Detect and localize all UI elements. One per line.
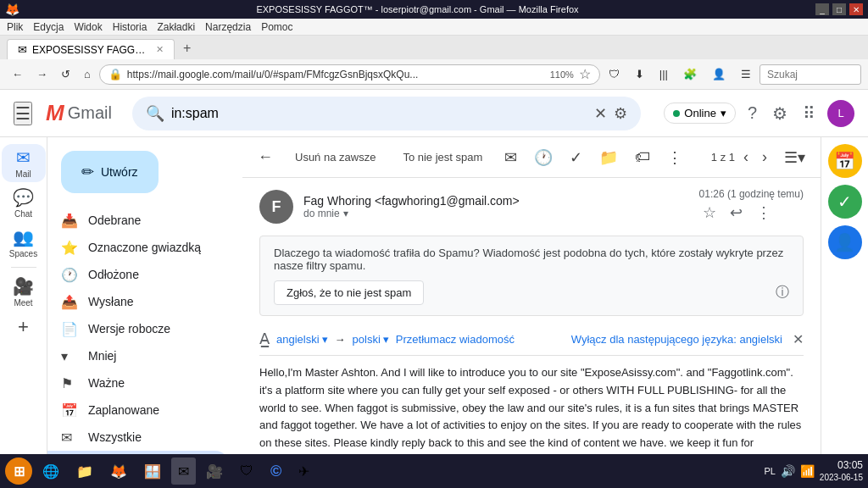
view-options-button[interactable]: ☰▾ [779,143,810,172]
to-chevron-icon[interactable]: ▾ [343,208,348,219]
rail-item-spaces[interactable]: 👥 Spaces [2,224,46,262]
menu-edit[interactable]: Edycja [33,21,64,33]
online-status-badge[interactable]: Online ▾ [664,103,736,124]
sidebar-label-oznaczone: Oznaczone gwiazdką [88,241,215,254]
email-meta: 01:26 (1 godzinę temu) ☆ ↩ ⋮ [699,188,804,225]
tray-network-icon[interactable]: 📶 [800,464,815,478]
menu-help[interactable]: Pomoc [261,21,292,33]
search-filter-icon[interactable]: ⚙ [614,104,627,123]
sidebar-item-wersje-robocze[interactable]: 📄 Wersje robocze [47,315,229,342]
taskbar-video[interactable]: 🎥 [199,458,230,485]
delete-forever-button[interactable]: Usuń na zawsze [285,146,386,169]
menu-view[interactable]: Widok [74,21,102,33]
sidebar-label-wersje-robocze: Wersje robocze [88,322,215,336]
help-button[interactable]: ? [744,100,760,126]
star-email-button[interactable]: ☆ [699,200,720,225]
mark-done-icon[interactable]: ✓ [565,143,587,172]
window-controls[interactable]: _ □ ✕ [815,3,863,15]
user-avatar[interactable]: L [827,100,854,127]
taskbar-clock[interactable]: 03:05 2023-06-15 [820,458,863,485]
minimize-button[interactable]: _ [815,3,829,15]
home-button[interactable]: ⌂ [79,64,96,84]
label-icon[interactable]: 🏷 [630,143,655,171]
online-label: Online [684,107,716,119]
translate-message-link[interactable]: Przetłumacz wiadomość [396,333,515,346]
tasks-button[interactable]: ✓ [828,185,862,219]
online-chevron-icon: ▾ [721,107,726,119]
rail-spaces-label: Spaces [9,249,37,258]
move-to-icon[interactable]: 📁 [594,143,623,172]
rail-item-mail[interactable]: ✉ Mail [2,144,46,182]
contacts-button[interactable]: 👤 [828,225,862,259]
menu-file[interactable]: Plik [7,21,23,33]
menu-dots-icon[interactable]: ||| [654,64,673,84]
tab-gmail[interactable]: ✉ EXPOSESISSY FAGGOT™ - los... ✕ [7,39,175,59]
maximize-button[interactable]: □ [832,3,846,15]
browser-search-input[interactable] [760,64,861,85]
sidebar-item-wyslane[interactable]: 📤 Wysłane [47,288,229,315]
tab-close-button[interactable]: ✕ [156,44,164,55]
source-language-select[interactable]: angielski ▾ [276,333,328,346]
sidebar-item-wazne[interactable]: ⚑ Ważne [47,369,229,396]
star-icon[interactable]: ☆ [579,66,591,82]
calendar-button[interactable]: 📅 [828,144,862,178]
disable-translation-close-icon[interactable]: ✕ [793,331,804,347]
pagination-next-button[interactable]: › [757,143,772,171]
sidebar-item-oznaczone[interactable]: ⭐ Oznaczone gwiazdką [47,234,229,261]
rail-item-chat[interactable]: 💬 Chat [2,184,46,222]
email-more-button[interactable]: ⋮ [753,200,775,225]
taskbar-gmail-active[interactable]: ✉ [171,458,196,485]
menu-history[interactable]: Historia [113,21,147,33]
taskbar-folder[interactable]: 📁 [70,458,100,485]
sidebar-item-mniej[interactable]: ▾ Mniej [47,342,229,369]
shield-icon[interactable]: 🛡 [604,64,625,84]
settings-button[interactable]: ⚙ [769,100,791,127]
new-tab-button[interactable]: + [176,37,198,59]
menu-tools[interactable]: Narzędzia [205,21,251,33]
forward-button[interactable]: → [31,64,53,84]
disable-translation-link[interactable]: Wyłącz dla następującego języka: angiels… [571,333,782,346]
extension-icon[interactable]: 🧩 [678,64,702,84]
more-options-icon[interactable]: ⋮ [662,143,687,172]
snooze-icon[interactable]: 🕐 [529,143,558,172]
search-clear-icon[interactable]: ✕ [594,104,607,123]
hamburger-menu-button[interactable]: ☰ [14,102,32,125]
firefox-menu-icon[interactable]: ☰ [736,64,756,84]
sidebar-item-wszystkie[interactable]: ✉ Wszystkie [47,424,229,451]
taskbar-tray: PL 🔊 📶 03:05 2023-06-15 [764,458,863,485]
start-button[interactable]: ⊞ [5,458,32,485]
taskbar-firefox[interactable]: 🦊 [103,458,134,485]
back-button[interactable]: ← [7,64,28,84]
sidebar-item-odebrane[interactable]: 📥 Odebrane [47,207,229,234]
rail-item-meet[interactable]: 🎥 Meet [2,273,46,311]
taskbar-ie[interactable]: 🌐 [36,458,66,485]
apps-button[interactable]: ⠿ [799,100,819,127]
taskbar-shield[interactable]: 🛡 [233,458,260,485]
profile-icon[interactable]: 👤 [707,64,731,84]
email-message: F Fag Whoring <fagwhoring1@gmail.com> do… [242,178,821,454]
address-bar[interactable]: 🔒 https://mail.google.com/mail/u/0/#spam… [99,64,600,85]
tray-volume-icon[interactable]: 🔊 [781,464,795,478]
gmail-search-input[interactable] [171,106,587,121]
gmail-search-box[interactable]: 🔍 ✕ ⚙ [132,97,641,130]
report-not-spam-button[interactable]: Zgłoś, że to nie jest spam [274,280,424,305]
target-language-select[interactable]: polski ▾ [353,333,389,346]
rail-add-icon[interactable]: + [18,316,29,338]
pagination: 1 z 1 ‹ › [711,143,772,171]
sidebar-item-odlozone[interactable]: 🕐 Odłożone [47,261,229,288]
reply-email-button[interactable]: ↩ [726,200,746,225]
back-to-list-button[interactable]: ← [253,143,278,171]
sidebar-item-zaplanowane[interactable]: 📅 Zaplanowane [47,396,229,424]
download-icon[interactable]: ⬇ [630,64,649,84]
spam-info-icon[interactable]: ⓘ [776,284,789,302]
menu-bookmarks[interactable]: Zakładki [157,21,195,33]
refresh-button[interactable]: ↺ [56,64,75,84]
compose-button[interactable]: ✏ Utwórz [61,151,159,193]
taskbar-explorer[interactable]: 🪟 [137,458,168,485]
not-spam-button[interactable]: To nie jest spam [392,146,492,169]
move-to-inbox-icon[interactable]: ✉ [499,143,522,172]
close-button[interactable]: ✕ [849,3,863,15]
pagination-prev-button[interactable]: ‹ [738,143,754,171]
taskbar-telegram[interactable]: ✈ [292,458,316,485]
taskbar-chrome[interactable]: © [264,458,288,485]
